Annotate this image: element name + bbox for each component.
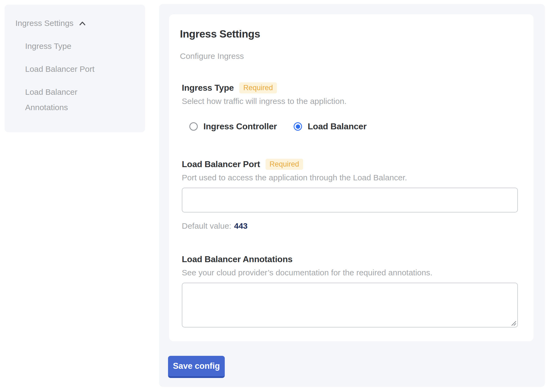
textarea-container bbox=[182, 283, 518, 327]
field-load-balancer-annotations: Load Balancer Annotations See your cloud… bbox=[182, 253, 518, 327]
default-value-label: Default value: bbox=[182, 221, 231, 230]
sidebar-item-load-balancer-port[interactable]: Load Balancer Port bbox=[25, 61, 114, 77]
field-title: Load Balancer Port bbox=[182, 159, 260, 169]
field-help-text: See your cloud provider’s documentation … bbox=[182, 268, 518, 277]
config-nav-sidebar: Ingress Settings Ingress Type Load Balan… bbox=[5, 5, 145, 132]
page-title: Ingress Settings bbox=[180, 28, 534, 40]
field-help-text: Select how traffic will ingress to the a… bbox=[182, 96, 518, 106]
radio-option-ingress-controller[interactable]: Ingress Controller bbox=[189, 121, 277, 131]
chevron-up-icon[interactable] bbox=[78, 19, 87, 28]
save-config-button[interactable]: Save config bbox=[168, 356, 225, 378]
radio-label: Load Balancer bbox=[308, 121, 367, 131]
radio-button[interactable] bbox=[189, 122, 198, 131]
sidebar-group-label: Ingress Settings bbox=[15, 15, 73, 31]
ingress-type-radio-group: Ingress Controller Load Balancer bbox=[189, 121, 518, 131]
field-title: Load Balancer Annotations bbox=[182, 254, 293, 264]
config-main-panel: Ingress Settings Configure Ingress Ingre… bbox=[159, 4, 545, 387]
field-help-text: Port used to access the application thro… bbox=[182, 173, 518, 182]
radio-label: Ingress Controller bbox=[203, 121, 277, 131]
sidebar-item-list: Ingress Type Load Balancer Port Load Bal… bbox=[25, 38, 137, 115]
config-card: Ingress Settings Configure Ingress Ingre… bbox=[169, 14, 534, 341]
page-subtitle: Configure Ingress bbox=[180, 51, 534, 61]
default-value-row: Default value:443 bbox=[182, 221, 518, 231]
load-balancer-annotations-textarea[interactable] bbox=[182, 283, 518, 327]
sidebar-item-load-balancer-annotations[interactable]: Load Balancer Annotations bbox=[25, 84, 114, 115]
textarea-resize-handle[interactable] bbox=[511, 320, 517, 326]
sidebar-item-ingress-type[interactable]: Ingress Type bbox=[25, 38, 114, 54]
field-load-balancer-port: Load Balancer Port Required Port used to… bbox=[182, 158, 518, 231]
radio-button[interactable] bbox=[294, 122, 302, 131]
field-title: Ingress Type bbox=[182, 83, 234, 93]
default-value: 443 bbox=[234, 221, 247, 230]
field-title-row: Ingress Type Required bbox=[182, 82, 518, 94]
field-title-row: Load Balancer Port Required bbox=[182, 158, 518, 170]
field-ingress-type: Ingress Type Required Select how traffic… bbox=[182, 82, 518, 131]
required-badge: Required bbox=[239, 82, 277, 93]
radio-option-load-balancer[interactable]: Load Balancer bbox=[294, 121, 367, 131]
required-badge: Required bbox=[266, 159, 303, 170]
field-title-row: Load Balancer Annotations bbox=[182, 253, 518, 265]
sidebar-group-ingress-settings[interactable]: Ingress Settings bbox=[15, 15, 137, 31]
load-balancer-port-input[interactable] bbox=[182, 188, 518, 212]
